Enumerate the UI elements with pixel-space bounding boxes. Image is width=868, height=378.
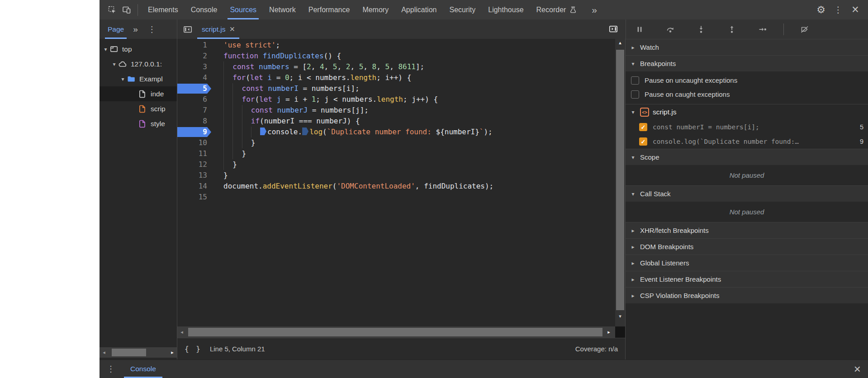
tab-page[interactable]: Page [106,19,126,39]
line-number-label: 6 [203,95,207,104]
line-number[interactable]: 12 [177,159,213,170]
tab-console[interactable]: Console [185,0,224,19]
scrollbar-thumb[interactable] [188,328,602,336]
line-number[interactable]: 11 [177,148,213,159]
scroll-right-icon[interactable]: ▸ [604,326,613,338]
step-over-icon[interactable] [663,22,678,37]
inspect-icon[interactable] [105,3,119,17]
navigator-more-tabs-icon[interactable]: » [133,24,138,34]
line-number[interactable]: 7 [177,105,213,116]
editor-horizontal-scrollbar[interactable]: ◂ ▸ [177,326,625,338]
step-icon[interactable] [755,22,770,37]
breakpoint-entries: ✓const numberI = numbers[i];5✓console.lo… [626,120,868,149]
kebab-menu-icon[interactable]: ⋮ [831,3,845,17]
inline-breakpoint-marker[interactable] [260,128,266,135]
line-number[interactable]: 13 [177,170,213,181]
chevron-right-icon: ▸ [630,227,636,234]
tree-item-top[interactable]: ▾top [100,42,177,57]
debugger-toolbar [626,19,868,39]
hide-navigator-icon[interactable] [181,23,194,36]
pause-option[interactable]: Pause on caught exceptions [626,87,868,101]
navigator-horizontal-scrollbar[interactable]: ◂ ▸ [100,347,177,358]
checkbox[interactable] [631,76,639,85]
navigator-kebab-icon[interactable]: ⋮ [148,24,156,34]
line-number[interactable]: 9 [177,127,213,137]
pause-icon[interactable] [632,22,647,37]
pause-option[interactable]: Pause on uncaught exceptions [626,73,868,87]
scroll-down-icon[interactable]: ▾ [615,313,625,319]
checkbox-checked[interactable]: ✓ [639,137,647,146]
device-toolbar-icon[interactable] [119,3,134,17]
scroll-up-icon[interactable]: ▴ [615,40,625,46]
tab-script-js[interactable]: script.js × [196,19,240,39]
tree-item-exampl[interactable]: ▾Exampl [100,71,177,86]
line-number[interactable]: 1 [177,40,213,51]
tree-item-inde[interactable]: inde [100,86,177,101]
line-number[interactable]: 6 [177,94,213,105]
settings-gear-icon[interactable]: ⚙ [814,3,828,17]
drawer-kebab-icon[interactable]: ⋮ [107,364,115,374]
step-out-icon[interactable] [725,22,739,37]
scroll-right-icon[interactable]: ▸ [168,347,177,358]
tab-console[interactable]: Console [124,360,162,378]
section-xhr-fetch-breakpoints[interactable]: ▸XHR/fetch Breakpoints [626,222,868,238]
section-csp-violation-breakpoints[interactable]: ▸CSP Violation Breakpoints [626,287,868,303]
scroll-left-icon[interactable]: ◂ [100,347,109,358]
code-editor[interactable]: 1'use strict';2function findDuplicates()… [177,39,615,327]
tab-application[interactable]: Application [395,0,443,19]
line-number[interactable]: 3 [177,61,213,72]
code-line: 6for(let j = i + 1; j < numbers.length; … [177,94,615,105]
close-tab-icon[interactable]: × [230,24,235,34]
scrollbar-thumb[interactable] [112,349,146,356]
tree-item-127.0.0.1:[interactable]: ▾127.0.0.1: [100,57,177,71]
drawer-close-icon[interactable]: × [854,362,861,376]
line-number[interactable]: 10 [177,137,213,148]
tree-item-style[interactable]: style [100,116,177,131]
inline-breakpoint-marker[interactable] [302,128,308,135]
tab-sources[interactable]: Sources [223,0,263,19]
close-icon[interactable]: × [848,3,863,17]
line-number[interactable]: 4 [177,72,213,83]
section-global-listeners[interactable]: ▸Global Listeners [626,255,868,271]
code-line: 4for(let i = 0; i < numbers.length; i++)… [177,72,615,83]
step-into-icon[interactable] [694,22,708,37]
section-call-stack[interactable]: ▾ Call Stack [626,185,868,202]
hide-debugger-icon[interactable] [607,22,620,36]
chevron-down-icon[interactable]: ▾ [102,46,109,52]
tab-recorder[interactable]: Recorder [530,0,584,19]
line-number[interactable]: 14 [177,181,213,192]
breakpoint-options: Pause on uncaught exceptionsPause on cau… [626,73,868,104]
breakpoint-entry[interactable]: ✓console.log(`Duplicate number found:…9 [626,134,868,149]
line-number[interactable]: 5 [177,83,213,94]
chevron-down-icon[interactable]: ▾ [111,61,118,67]
tree-item-label: 127.0.0.1: [131,60,162,68]
section-scope[interactable]: ▾ Scope [626,149,868,165]
line-number[interactable]: 8 [177,116,213,127]
pretty-print-icon[interactable]: { } [185,345,202,353]
tab-lighthouse[interactable]: Lighthouse [482,0,530,19]
scroll-left-icon[interactable]: ◂ [177,326,186,338]
tab-security[interactable]: Security [443,0,482,19]
editor-vertical-scrollbar[interactable]: ▴ ▾ [615,39,625,326]
scrollbar-thumb[interactable] [616,50,624,310]
section-breakpoints[interactable]: ▾ Breakpoints [626,55,868,71]
indent-guide [232,116,242,127]
chevron-right-icon: ▸ [630,260,636,266]
tree-item-scrip[interactable]: scrip [100,101,177,116]
checkbox[interactable] [631,90,639,99]
breakpoint-file-group[interactable]: ▾ <> script.js [626,104,868,120]
tab-memory[interactable]: Memory [356,0,395,19]
section-watch[interactable]: ▸ Watch [626,39,868,55]
more-tabs-chevron-icon[interactable]: » [592,5,597,15]
deactivate-breakpoints-icon[interactable] [797,22,812,37]
chevron-down-icon[interactable]: ▾ [119,76,126,82]
section-event-listener-breakpoints[interactable]: ▸Event Listener Breakpoints [626,271,868,287]
section-dom-breakpoints[interactable]: ▸DOM Breakpoints [626,238,868,255]
tab-network[interactable]: Network [263,0,302,19]
breakpoint-entry[interactable]: ✓const numberI = numbers[i];5 [626,120,868,134]
line-number[interactable]: 2 [177,51,213,61]
tab-elements[interactable]: Elements [142,0,185,19]
checkbox-checked[interactable]: ✓ [639,123,647,131]
tab-performance[interactable]: Performance [302,0,356,19]
line-number[interactable]: 15 [177,192,213,203]
